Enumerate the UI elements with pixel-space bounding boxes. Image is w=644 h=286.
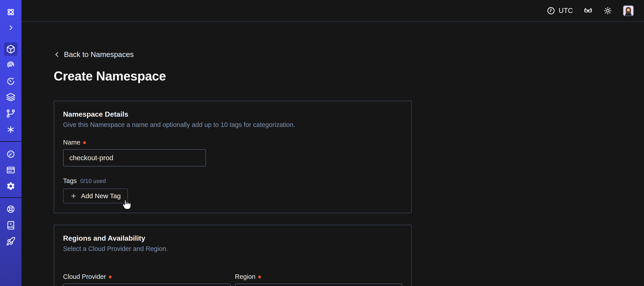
namespace-details-card: Namespace Details Give this Namespace a … (54, 101, 412, 213)
namespaces-cube-icon (6, 44, 16, 54)
sidebar-item-settings[interactable] (4, 179, 18, 193)
tags-row: Tags 0/10 used (63, 177, 402, 185)
sidebar-item-schedules[interactable] (4, 75, 18, 88)
required-dot (109, 276, 112, 279)
usage-gauge-icon (6, 149, 16, 159)
plus-icon (70, 193, 77, 199)
sidebar-item-support[interactable] (4, 202, 18, 216)
region-select[interactable]: Select Region (235, 284, 402, 286)
tags-count: 0/10 used (80, 178, 106, 185)
pipelines-branch-icon (6, 109, 16, 118)
add-new-tag-button[interactable]: Add New Tag (63, 189, 128, 203)
timezone-label: UTC (558, 7, 573, 15)
card-title: Namespace Details (63, 110, 402, 118)
sidebar-item-usage[interactable] (4, 147, 18, 161)
back-link-label: Back to Namespaces (64, 50, 134, 59)
namespace-name-input[interactable] (63, 149, 206, 166)
docs-book-icon (6, 221, 16, 230)
theme-toggle-button[interactable] (603, 6, 612, 15)
temporal-logo-icon (4, 5, 18, 19)
nexus-asterisk-icon (6, 125, 16, 134)
deployments-layers-icon (6, 93, 16, 102)
card-subtitle: Select a Cloud Provider and Region. (63, 245, 402, 253)
getting-started-rocket-icon (6, 237, 16, 246)
sidebar-item-docs[interactable] (4, 219, 18, 232)
billing-card-icon (6, 165, 16, 175)
name-field-label: Name (63, 139, 402, 146)
region-field: Region Select Region (235, 263, 402, 286)
sidebar-divider (0, 197, 22, 198)
schedules-timer-icon (6, 77, 16, 86)
main-content: Back to Namespaces Create Namespace Name… (22, 22, 644, 286)
sidebar-item-nexus[interactable] (4, 123, 18, 136)
cloud-provider-field: Cloud Provider Select Cloud Provider (63, 263, 230, 286)
card-subtitle: Give this Namespace a name and optionall… (63, 121, 402, 128)
region-label: Region (235, 273, 402, 281)
timezone-button[interactable]: UTC (546, 6, 573, 15)
chevron-left-icon (54, 51, 60, 58)
sidebar-item-deployments[interactable] (4, 91, 18, 104)
page-title: Create Namespace (54, 69, 644, 83)
support-lifebuoy-icon (6, 204, 16, 214)
sidebar-item-namespaces[interactable] (4, 42, 18, 56)
regions-availability-card: Regions and Availability Select a Cloud … (54, 225, 412, 286)
sidebar-item-pipelines[interactable] (4, 107, 18, 120)
required-dot (258, 276, 261, 279)
tags-label: Tags (63, 177, 77, 185)
add-tag-label: Add New Tag (81, 192, 121, 200)
sidebar (0, 0, 22, 286)
sidebar-divider (0, 141, 22, 142)
workflows-spiral-icon (6, 60, 16, 70)
required-dot (83, 141, 86, 144)
topbar: UTC (22, 0, 644, 22)
expand-sidebar-icon[interactable] (4, 21, 18, 34)
back-to-namespaces-link[interactable]: Back to Namespaces (54, 50, 134, 59)
labs-toggle-button[interactable] (584, 6, 592, 15)
settings-gear-icon (6, 181, 16, 191)
card-title: Regions and Availability (63, 234, 402, 243)
clock-icon (546, 6, 556, 15)
sidebar-item-getting-started[interactable] (4, 235, 18, 248)
sidebar-item-billing[interactable] (4, 163, 18, 177)
sidebar-item-workflows[interactable] (4, 58, 18, 72)
sun-icon (603, 6, 612, 15)
cloud-provider-label: Cloud Provider (63, 273, 230, 281)
user-avatar[interactable] (623, 5, 634, 16)
cloud-provider-select[interactable]: Select Cloud Provider (63, 284, 230, 286)
glasses-icon (584, 6, 592, 15)
